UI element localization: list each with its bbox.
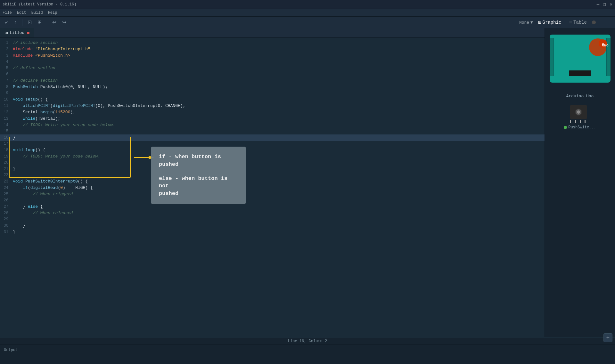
code-line-31: 31 } [0,229,545,235]
annotation-line1: if - when button is pushed [159,153,238,168]
arduino-board-container[interactable]: ⊕ UNO [550,35,611,84]
code-line-27: 27 } else { [0,204,545,210]
code-line-24: 24 if(digitalRead(0) == HIGH) { [0,185,545,191]
menu-help[interactable]: Help [48,11,57,15]
toolbar-separator-1 [22,19,22,26]
table-label: Table [573,20,587,25]
arduino-name-label: Arduino Uno [566,94,594,99]
toolbar-undo-button[interactable]: ↩ [50,19,58,26]
right-panel: ⊕ UNO Arduino Uno [545,28,615,337]
menu-bar: File Edit Build Help [0,9,615,17]
menu-build[interactable]: Build [31,11,43,15]
board-chip [569,70,591,76]
board-connector-left [550,38,554,76]
pushswitch-name: PushSwitc... [568,125,596,130]
pushswitch-body [570,105,587,119]
annotation-box: if - when button is pushed else - when b… [151,147,246,204]
main-area: untitled 1 // include section 2 #include… [0,28,615,337]
code-line-5: 5 // define section [0,65,545,71]
dropdown-chevron: ▼ [530,20,533,25]
code-line-15: 15 [0,128,545,134]
none-dropdown[interactable]: None ▼ [519,20,533,25]
pin-2 [575,120,576,123]
app-title: skiiiD (Latest Version - 0.1.16) [3,2,76,7]
pushswitch-label: PushSwitc... [564,125,596,130]
pushswitch-inner [577,110,580,114]
code-line-11: 11 attachPCINT(digitalPinToPCINT(0), Pus… [0,103,545,109]
code-line-7: 7 // declare section [0,77,545,84]
code-line-21: 21 } [0,166,545,172]
arduino-board-graphic: ⊕ UNO [550,35,611,83]
unsaved-indicator [27,32,29,34]
code-line-19: 19 // TODO: Write your code below. [0,153,545,160]
code-line-4: 4 [0,59,545,65]
code-line-6: 6 [0,71,545,77]
table-icon: ≡ [569,20,572,25]
toolbar-separator-2 [47,19,47,26]
grid-icon: ⊞ [538,19,541,26]
plus-button[interactable]: + [603,333,612,342]
code-line-12: 12 Serial.begin(115200); [0,109,545,116]
code-area[interactable]: 1 // include section 2 #include "PinChan… [0,38,545,237]
title-bar: skiiiD (Latest Version - 0.1.16) — ❐ ✕ [0,0,615,9]
code-line-29: 29 [0,216,545,222]
code-line-9: 9 [0,90,545,96]
code-line-16: 16 } [0,134,545,141]
maximize-button[interactable]: ❐ [603,2,606,7]
toolbar-redo-button[interactable]: ↪ [60,19,68,26]
code-line-18: 18 void loop() { [0,147,545,153]
code-line-28: 28 // When released [0,210,545,216]
none-label: None [519,20,529,25]
code-line-17: 17 [0,141,545,147]
code-line-13: 13 while(!Serial); [0,116,545,122]
tab-bar: untitled [0,28,545,38]
code-line-8: 8 PushSwitch PushSwitch0(0, NULL, NULL); [0,84,545,90]
minimize-button[interactable]: — [597,2,599,7]
graphic-view-button[interactable]: ⊞ Graphic [536,18,564,27]
code-line-2: 2 #include "PinChangeInterrupt.h" [0,46,545,53]
view-toggle: None ▼ ⊞ Graphic ≡ Table [519,18,596,27]
output-label: Output [4,348,18,352]
code-line-20: 20 [0,160,545,166]
plus-icon: + [606,335,610,341]
toolbar-folder-button[interactable]: ⊞ [36,19,44,26]
code-line-14: 14 // TODO: Write your setup code below. [0,122,545,128]
arduino-uno-text: UNO [602,44,609,47]
menu-file[interactable]: File [3,11,12,15]
pushswitch-container[interactable]: PushSwitc... [564,105,596,130]
toolbar-open-button[interactable]: ⊡ [26,19,34,26]
graphic-label: Graphic [543,20,562,25]
pin-3 [580,120,581,123]
close-button[interactable]: ✕ [610,2,612,7]
pushswitch-status-led [564,126,567,129]
code-line-10: 10 void setup() { [0,96,545,103]
code-line-23: 23 void PushSwitch0Interrupt0() { [0,178,545,185]
toolbar-check-button[interactable]: ✓ [3,19,11,26]
menu-edit[interactable]: Edit [17,11,26,15]
title-bar-left: skiiiD (Latest Version - 0.1.16) [3,2,76,7]
window-controls: — ❐ ✕ [597,2,612,7]
pin-1 [570,120,571,123]
annotation-line2-3: else - when button is not pushed [159,175,238,198]
code-line-30: 30 } [0,222,545,229]
code-line-3: 3 #include <PushSwitch.h> [0,53,545,59]
pushswitch-pins [570,120,589,123]
output-area: Output [0,345,615,364]
active-tab[interactable]: untitled [0,28,34,37]
status-bar: Line 16, Column 2 [0,338,615,345]
code-editor[interactable]: untitled 1 // include section 2 #include… [0,28,545,337]
pin-4 [585,120,586,123]
pushswitch-graphic [570,105,589,123]
status-text: Line 16, Column 2 [288,339,327,344]
code-line-26: 26 [0,198,545,204]
status-led [592,20,596,24]
code-line-22: 22 [0,172,545,178]
tab-name: untitled [4,30,24,35]
toolbar-upload-button[interactable]: ↑ [12,19,19,26]
pushswitch-button [575,109,582,116]
code-line-25: 25 // When triggerd [0,191,545,198]
code-line-1: 1 // include section [0,40,545,46]
table-view-button[interactable]: ≡ Table [566,18,589,27]
